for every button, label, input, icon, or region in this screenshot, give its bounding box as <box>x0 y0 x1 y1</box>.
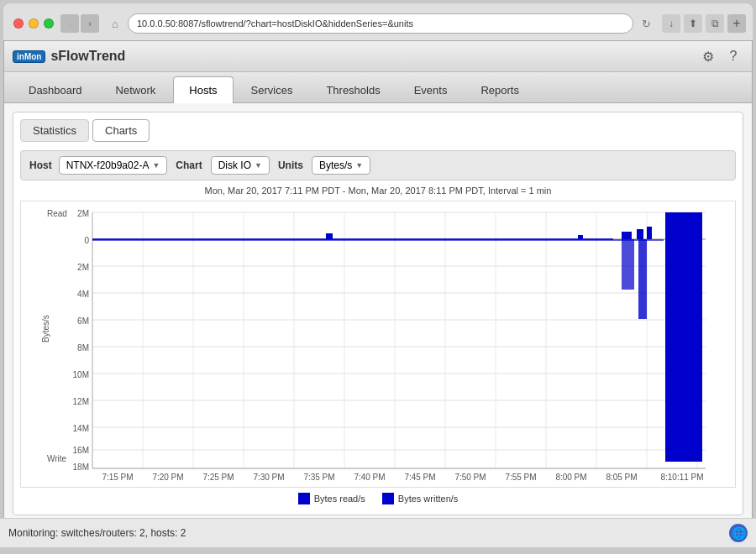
svg-text:7:15 PM: 7:15 PM <box>102 473 133 482</box>
content-area: Statistics Charts Host NTNX-f20b9a02-A ▼… <box>4 103 752 524</box>
svg-text:10M: 10M <box>73 370 89 379</box>
host-label: Host <box>29 159 52 171</box>
globe-icon[interactable]: 🌐 <box>729 524 748 542</box>
app-title: sFlowTrend <box>50 49 125 64</box>
app-window: inMon sFlowTrend ⚙ ? Dashboard Network H… <box>3 40 753 527</box>
svg-text:7:30 PM: 7:30 PM <box>253 473 284 482</box>
svg-rect-49 <box>622 239 634 290</box>
download-button[interactable]: ↓ <box>662 14 680 33</box>
tab-dashboard[interactable]: Dashboard <box>13 76 98 103</box>
tab-services[interactable]: Services <box>235 76 309 103</box>
tab-statistics[interactable]: Statistics <box>20 119 89 142</box>
svg-text:12M: 12M <box>73 397 89 406</box>
chart-legend: Bytes read/s Bytes written/s <box>20 488 736 508</box>
minimize-button[interactable] <box>29 18 39 29</box>
svg-text:18M: 18M <box>73 463 89 472</box>
svg-rect-44 <box>637 229 643 239</box>
svg-rect-45 <box>647 227 652 239</box>
tab-reports[interactable]: Reports <box>465 76 535 103</box>
inmon-logo: inMon <box>13 50 45 63</box>
svg-text:2M: 2M <box>77 209 89 218</box>
chart-container: Read Write Bytes/s 2M 0 2M 4M 6M 8M 10M … <box>20 201 736 488</box>
header-icons: ⚙ ? <box>698 46 743 66</box>
forward-button[interactable]: › <box>81 14 99 33</box>
copy-button[interactable]: ⧉ <box>706 14 724 33</box>
status-bar: Monitoring: switches/routers: 2, hosts: … <box>0 518 756 547</box>
chart-svg: Read Write Bytes/s 2M 0 2M 4M 6M 8M 10M … <box>21 201 735 487</box>
address-bar[interactable]: 10.0.0.50:8087/sflowtrend/?chart=hostDis… <box>128 13 633 34</box>
chart-dropdown-arrow: ▼ <box>255 161 262 170</box>
svg-text:8:10:11 PM: 8:10:11 PM <box>660 473 703 482</box>
sub-tabs: Statistics Charts <box>20 119 736 142</box>
sub-tabs-panel: Statistics Charts Host NTNX-f20b9a02-A ▼… <box>13 112 743 515</box>
svg-text:0: 0 <box>84 236 89 245</box>
svg-rect-46 <box>665 212 702 239</box>
legend-color-write <box>382 493 394 504</box>
units-label: Units <box>275 159 307 171</box>
svg-text:8:05 PM: 8:05 PM <box>606 473 637 482</box>
legend-label-write: Bytes written/s <box>398 494 459 504</box>
svg-rect-42 <box>578 235 583 239</box>
svg-text:Write: Write <box>47 454 67 463</box>
help-icon: ? <box>730 49 738 64</box>
close-button[interactable] <box>13 18 24 29</box>
svg-rect-50 <box>638 239 647 319</box>
svg-text:7:35 PM: 7:35 PM <box>303 473 334 482</box>
tab-events[interactable]: Events <box>398 76 464 103</box>
reload-icon: ↻ <box>642 18 651 30</box>
chart-title: Mon, Mar 20, 2017 7:11 PM PDT - Mon, Mar… <box>20 186 736 196</box>
legend-item-write: Bytes written/s <box>382 493 459 504</box>
svg-text:4M: 4M <box>77 290 89 299</box>
chart-label: Chart <box>172 159 205 171</box>
svg-rect-47 <box>92 239 664 241</box>
svg-text:7:20 PM: 7:20 PM <box>152 473 183 482</box>
svg-text:8M: 8M <box>77 343 89 353</box>
toolbar-row: Host NTNX-f20b9a02-A ▼ Chart Disk IO ▼ U… <box>20 150 736 180</box>
app-logo: inMon sFlowTrend <box>13 49 125 64</box>
legend-item-read: Bytes read/s <box>298 493 365 504</box>
units-dropdown[interactable]: Bytes/s ▼ <box>312 156 370 175</box>
svg-text:7:45 PM: 7:45 PM <box>404 473 435 482</box>
svg-text:14M: 14M <box>73 424 89 433</box>
share-button[interactable]: ⬆ <box>684 14 702 33</box>
svg-text:7:50 PM: 7:50 PM <box>454 473 486 482</box>
gear-icon: ⚙ <box>702 49 714 65</box>
reload-button[interactable]: ↻ <box>637 14 655 33</box>
back-button[interactable]: ‹ <box>60 14 79 33</box>
app-header: inMon sFlowTrend ⚙ ? <box>4 41 752 72</box>
svg-text:7:40 PM: 7:40 PM <box>354 473 385 482</box>
legend-label-read: Bytes read/s <box>314 494 365 504</box>
host-dropdown[interactable]: NTNX-f20b9a02-A ▼ <box>59 156 168 175</box>
svg-text:7:25 PM: 7:25 PM <box>202 473 234 482</box>
legend-color-read <box>298 493 310 504</box>
home-button[interactable]: ⌂ <box>106 14 124 33</box>
svg-text:Read: Read <box>47 209 67 218</box>
svg-text:7:55 PM: 7:55 PM <box>505 473 536 482</box>
svg-text:2M: 2M <box>77 263 89 272</box>
svg-rect-43 <box>622 232 632 239</box>
svg-text:16M: 16M <box>73 446 89 455</box>
status-text: Monitoring: switches/routers: 2, hosts: … <box>8 527 186 539</box>
svg-text:6M: 6M <box>77 316 89 326</box>
main-nav: Dashboard Network Hosts Services Thresho… <box>4 72 752 103</box>
tab-charts[interactable]: Charts <box>92 119 150 142</box>
chart-dropdown[interactable]: Disk IO ▼ <box>211 156 270 175</box>
svg-rect-41 <box>326 233 333 239</box>
tab-hosts[interactable]: Hosts <box>173 76 233 103</box>
tab-network[interactable]: Network <box>100 76 172 103</box>
help-button[interactable]: ? <box>723 46 743 66</box>
maximize-button[interactable] <box>44 18 54 29</box>
host-dropdown-arrow: ▼ <box>152 161 160 170</box>
svg-text:8:00 PM: 8:00 PM <box>555 473 586 482</box>
gear-button[interactable]: ⚙ <box>698 46 718 66</box>
svg-text:Bytes/s: Bytes/s <box>41 315 50 342</box>
tab-thresholds[interactable]: Thresholds <box>310 76 396 103</box>
svg-rect-48 <box>665 239 702 462</box>
units-dropdown-arrow: ▼ <box>355 161 363 170</box>
home-icon: ⌂ <box>112 18 118 30</box>
new-tab-button[interactable]: + <box>727 14 746 33</box>
